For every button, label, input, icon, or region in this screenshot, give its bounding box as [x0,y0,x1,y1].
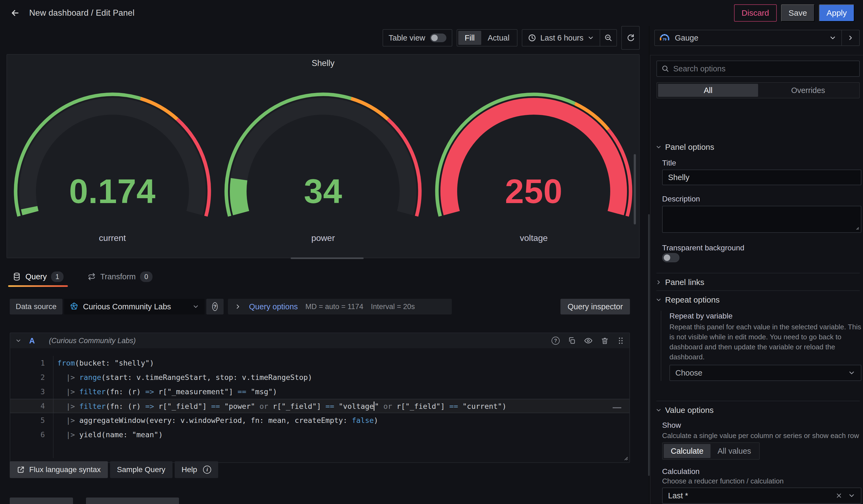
datasource-help-button[interactable]: ? [206,299,224,314]
gauge-value: 0.174 [7,171,218,212]
gauge-row: 0.174 current 34 power 250 voltage [7,55,639,258]
datasource-name: Curious Community Labs [83,302,171,311]
zoom-out-button[interactable] [600,30,616,46]
gauge-label: current [7,233,218,243]
datasource-picker[interactable]: Curious Community Labs [64,299,205,314]
editor-resize-grip[interactable] [622,454,628,462]
repeat-options-header[interactable]: Repeat options [655,295,720,304]
flux-syntax-button[interactable]: Flux language syntax [10,461,108,478]
tab-query-label: Query [25,272,47,281]
add-expression-button[interactable] [86,497,179,504]
transparent-background-toggle[interactable] [662,253,679,262]
show-mode-switch: Calculate All values [662,442,760,459]
arrow-left-icon [10,8,20,18]
query-editor-card: A (Curious Community Labs) ? 1from(bucke… [10,332,630,463]
breadcrumb: New dashboard / Edit Panel [29,8,135,18]
fill-option[interactable]: Fill [458,31,481,45]
save-button[interactable]: Save [781,4,815,22]
refresh-button[interactable] [621,26,640,50]
clear-icon[interactable] [835,492,842,499]
copy-icon [568,337,576,345]
panel-resize-handle[interactable] [291,257,364,259]
panel-options-title: Panel options [665,142,714,152]
gauge-value: 250 [428,171,639,212]
all-values-option[interactable]: All values [711,444,758,458]
delete-query-button[interactable] [601,337,609,345]
table-view-label: Table view [388,34,425,42]
apply-button[interactable]: Apply [819,4,854,22]
options-pane: All Overrides Panel options Title Descri… [650,55,863,504]
gauge-power: 34 power [218,55,428,258]
tab-transform-label: Transform [100,272,136,281]
grip-dots-icon [617,337,625,345]
query-options-bar[interactable]: Query options MD = auto = 1174 Interval … [228,299,452,314]
query-tabs: Query 1 Transform 0 [8,266,157,287]
collapse-chevron-icon[interactable] [15,338,22,344]
code-lines: 1from(bucket: "shelly")2 |> range(start:… [10,356,629,442]
gauge-voltage: 250 voltage [428,55,639,258]
chevron-down-icon [829,34,841,42]
sidebar-scrollbar[interactable] [648,214,650,476]
chevron-down-icon [848,492,855,500]
question-icon: ? [212,302,218,311]
main-scrollbar[interactable] [634,154,636,224]
gauge-panel[interactable]: 0.174 current 34 power 250 voltage Shell… [7,54,640,258]
panel-links-title: Panel links [665,278,704,287]
visualization-name: Gauge [675,34,698,42]
search-input[interactable] [673,64,855,73]
duplicate-query-button[interactable] [568,337,576,345]
active-tab-underline [8,285,68,287]
actual-option[interactable]: Actual [481,31,516,45]
description-textarea[interactable] [662,206,861,233]
discard-button[interactable]: Discard [734,4,777,22]
query-help-button[interactable]: ? [552,337,560,345]
datasource-row: Data source Curious Community Labs ? Que [10,299,630,314]
gauge-label: voltage [428,233,639,243]
transform-icon [87,272,96,281]
editor-actions-row: Flux language syntax Sample Query Help i [10,461,630,478]
repeat-by-variable-label: Repeat by variable [670,312,733,320]
calculation-select[interactable]: Last * [662,488,861,504]
help-button[interactable]: Help i [175,461,218,478]
hide-query-button[interactable] [584,336,593,345]
repeat-variable-select[interactable]: Choose [670,365,861,381]
tab-query[interactable]: Query 1 [8,266,68,287]
panel-options-header[interactable]: Panel options [655,142,714,152]
tab-overrides[interactable]: Overrides [758,84,858,97]
tab-all[interactable]: All [658,84,758,97]
chevron-down-icon [587,34,594,41]
panel-toolbar: Table view Fill Actual Last 6 hours [383,26,640,50]
time-range-picker[interactable]: Last 6 hours [522,30,600,46]
drag-handle[interactable] [617,337,625,345]
chevron-down-icon [848,369,855,377]
back-button[interactable] [7,4,24,22]
tab-transform[interactable]: Transform 0 [83,266,157,287]
flux-code-editor[interactable]: 1from(bucket: "shelly")2 |> range(start:… [10,348,629,462]
flux-syntax-label: Flux language syntax [29,465,101,474]
textarea-resize-grip[interactable] [854,225,859,231]
collapse-options-button[interactable] [842,30,859,46]
description-label: Description [662,195,700,203]
query-editor-header[interactable]: A (Curious Community Labs) ? [10,333,629,348]
fill-actual-switch: Fill Actual [456,29,518,47]
question-icon: ? [552,337,560,345]
add-query-button[interactable] [10,497,73,504]
sample-query-button[interactable]: Sample Query [110,461,173,478]
panel-title-input[interactable] [662,169,861,185]
svg-text:79: 79 [663,37,666,41]
trash-icon [601,337,609,345]
help-label: Help [182,465,197,474]
options-search[interactable] [656,61,860,77]
value-options-header[interactable]: Value options [655,406,714,415]
panel-title: Shelly [7,59,639,68]
options-sidebar: 79 Gauge [649,26,863,504]
panel-links-header[interactable]: Panel links [655,278,704,287]
gauge-arc [7,71,218,259]
query-count-badge: 1 [51,272,64,282]
query-inspector-button[interactable]: Query inspector [561,299,630,314]
visualization-picker[interactable]: 79 Gauge [654,30,860,46]
table-view-group: Table view [383,29,452,47]
transparent-background-label: Transparent background [662,244,744,252]
calculate-option[interactable]: Calculate [664,444,711,458]
table-view-toggle[interactable] [430,34,446,42]
